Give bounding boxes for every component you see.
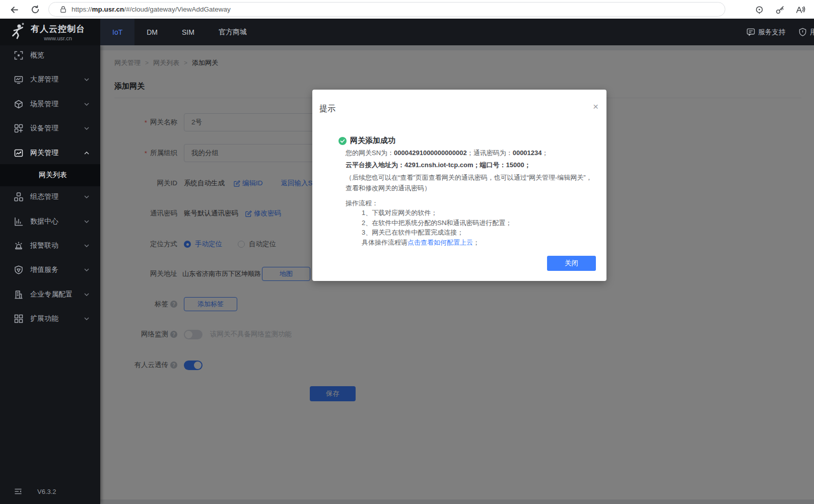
browser-read-aloud-button[interactable] — [795, 4, 806, 15]
tab-sim[interactable]: SIM — [170, 19, 207, 45]
usr-person-logo-icon — [9, 23, 26, 42]
bar-chart-icon — [14, 217, 23, 226]
value-added-gem-icon — [14, 265, 23, 274]
dialog-close-button[interactable]: 关闭 — [547, 256, 596, 271]
dialog-close-icon[interactable]: × — [593, 102, 598, 111]
sidebar-item-scene[interactable]: 场景管理 — [0, 93, 100, 115]
sidebar-label-scada: 组态管理 — [30, 192, 58, 201]
sidebar-item-gateway[interactable]: 网关管理 — [0, 142, 100, 164]
user-center-label: 用户中心 — [810, 28, 814, 37]
sidebar-item-scada[interactable]: 组态管理 — [0, 186, 100, 208]
service-support[interactable]: 服务支持 — [747, 28, 785, 37]
chat-bubble-icon — [747, 28, 755, 36]
sidebar-label-gateway: 网关管理 — [30, 149, 58, 158]
sidebar-label-overview: 概览 — [30, 51, 44, 60]
chevron-up-icon — [84, 152, 89, 155]
sidebar-item-datacenter[interactable]: 数据中心 — [0, 210, 100, 233]
grid-icon — [14, 314, 23, 323]
notice-dialog: 提示 × 网关添加成功 您的网关SN为：00004291000000000002… — [312, 90, 606, 281]
app-top-nav: 有人云控制台 www.usr.cn IoT DM SIM 官方商城 服务支持 用… — [0, 19, 814, 45]
collapse-menu-icon — [14, 488, 22, 495]
tab-mall[interactable]: 官方商城 — [207, 19, 259, 45]
chevron-down-icon — [84, 220, 89, 223]
browser-toolbar: https://mp.usr.cn/#/cloud/gateway/ViewAd… — [0, 0, 814, 19]
sidebar-label-scene: 场景管理 — [30, 100, 58, 109]
chevron-down-icon — [84, 127, 89, 130]
browser-back-button[interactable] — [9, 4, 20, 15]
sidebar-item-device[interactable]: 设备管理 — [0, 117, 100, 139]
top-nav-right: 服务支持 用户中心 — [747, 19, 814, 45]
step-2: 2、在软件中把系统分配的SN和通讯密码进行配置； — [362, 218, 595, 228]
sidebar-footer: V6.3.2 — [0, 484, 100, 499]
chevron-down-icon — [84, 195, 89, 198]
browser-location-button[interactable] — [754, 4, 765, 15]
tab-dm[interactable]: DM — [134, 19, 170, 45]
key-icon — [775, 5, 785, 15]
address-bar[interactable]: https://mp.usr.cn/#/cloud/gateway/ViewAd… — [48, 2, 725, 17]
refresh-icon — [31, 5, 40, 14]
sidebar-label-vas: 增值服务 — [30, 265, 58, 274]
steps-title: 操作流程： — [346, 198, 595, 208]
chevron-down-icon — [84, 244, 89, 247]
device-icon — [14, 124, 23, 133]
sidebar-label-bigscreen: 大屏管理 — [30, 75, 58, 84]
lock-icon — [60, 6, 66, 13]
back-arrow-icon — [10, 5, 19, 15]
success-heading: 网关添加成功 — [338, 136, 395, 146]
sidebar-item-extensions[interactable]: 扩展功能 — [0, 308, 100, 330]
chevron-down-icon — [84, 103, 89, 106]
scene-cube-icon — [14, 100, 23, 109]
more-line: 具体操作流程请点击查看如何配置上云； — [362, 238, 595, 248]
sidebar-item-enterprise[interactable]: 企业专属配置 — [0, 283, 100, 306]
chevron-down-icon — [84, 78, 89, 81]
sidebar-item-vas[interactable]: 增值服务 — [0, 259, 100, 281]
server-line: 云平台接入地址为：4291.cnsh.iot-tcp.com；端口号：15000… — [346, 160, 595, 170]
url-text: https://mp.usr.cn/#/cloud/gateway/ViewAd… — [72, 6, 231, 13]
sidebar-label-alarm: 报警联动 — [30, 241, 58, 250]
dialog-title: 提示 — [319, 104, 335, 114]
browser-refresh-button[interactable] — [30, 4, 41, 15]
comm-password-value: 00001234 — [513, 149, 542, 157]
read-aloud-icon — [795, 5, 805, 15]
app-logo[interactable]: 有人云控制台 www.usr.cn — [0, 19, 100, 45]
gateway-sn-value: 00004291000000000002 — [394, 149, 467, 157]
service-support-label: 服务支持 — [758, 28, 785, 37]
gateway-icon — [14, 149, 23, 158]
overview-icon — [14, 51, 23, 60]
product-tabs: IoT DM SIM 官方商城 — [100, 19, 259, 45]
step-1: 1、下载对应网关的软件； — [362, 208, 595, 218]
sidebar-item-bigscreen[interactable]: 大屏管理 — [0, 68, 100, 91]
step-3: 3、网关已在软件中配置完成连接； — [362, 228, 595, 238]
browser-password-button[interactable] — [774, 4, 785, 15]
sn-line: 您的网关SN为：00004291000000000002；通讯密码为：00001… — [346, 148, 595, 158]
building-icon — [14, 290, 23, 299]
success-check-icon — [338, 137, 347, 145]
sidebar-label-extensions: 扩展功能 — [30, 314, 58, 323]
location-icon — [755, 5, 764, 15]
chevron-down-icon — [84, 268, 89, 271]
chevron-down-icon — [84, 293, 89, 296]
chevron-down-icon — [84, 317, 89, 320]
sidebar-collapse-button[interactable] — [14, 488, 22, 495]
sidebar-label-datacenter: 数据中心 — [30, 217, 58, 226]
sidebar-item-overview[interactable]: 概览 — [0, 44, 100, 66]
user-center[interactable]: 用户中心 — [798, 28, 814, 37]
tab-iot[interactable]: IoT — [100, 19, 134, 45]
how-to-configure-link[interactable]: 点击查看如何配置上云 — [408, 238, 473, 248]
sidebar-label-enterprise: 企业专属配置 — [30, 290, 73, 299]
sidebar-item-gateway-list[interactable]: 网关列表 — [0, 164, 100, 186]
big-screen-icon — [14, 75, 23, 84]
dialog-body: 您的网关SN为：00004291000000000002；通讯密码为：00001… — [346, 148, 595, 247]
version-label: V6.3.2 — [37, 488, 56, 495]
shield-icon — [798, 28, 807, 36]
sidebar-label-device: 设备管理 — [30, 124, 58, 133]
sidebar-item-alarm[interactable]: 报警联动 — [0, 235, 100, 257]
sidebar: 概览 大屏管理 场景管理 设备管理 网关管理 网关列表 组态管理 数据中心 报警… — [0, 45, 100, 504]
note-paragraph: （后续您也可以在“查看”页面查看网关的通讯密码，也可以通过“网关管理-编辑网关”… — [346, 172, 595, 193]
app-subtitle: www.usr.cn — [31, 35, 85, 41]
alarm-siren-icon — [14, 241, 23, 250]
success-title: 网关添加成功 — [350, 136, 395, 146]
app-title: 有人云控制台 — [31, 23, 85, 35]
scada-blocks-icon — [14, 192, 23, 201]
